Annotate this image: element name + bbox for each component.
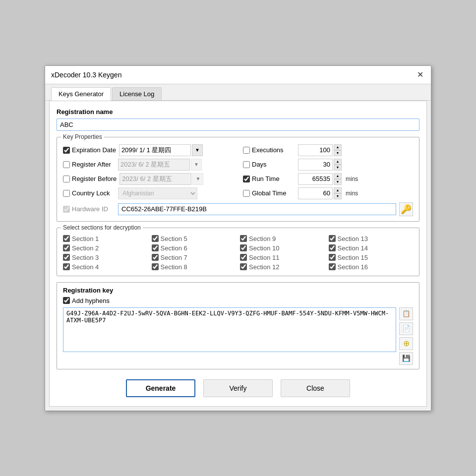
- global-time-spin-down[interactable]: ▼: [334, 193, 342, 199]
- register-after-field: ▼: [118, 159, 233, 171]
- days-input[interactable]: [298, 159, 333, 171]
- section-12-checkbox[interactable]: [240, 263, 247, 270]
- section-item-7: Section 7: [152, 254, 237, 261]
- section-5-checkbox[interactable]: [152, 235, 159, 242]
- days-spin-down[interactable]: ▼: [334, 165, 342, 171]
- section-11-checkbox[interactable]: [240, 254, 247, 261]
- section-item-13: Section 13: [329, 235, 414, 242]
- days-spin-up[interactable]: ▲: [334, 159, 342, 165]
- section-item-16: Section 16: [329, 263, 414, 271]
- register-after-input[interactable]: [118, 159, 190, 171]
- section-item-6: Section 6: [152, 244, 237, 252]
- global-time-checkbox[interactable]: [243, 190, 250, 197]
- close-button[interactable]: Close: [281, 379, 350, 397]
- paste-button[interactable]: 📄: [399, 322, 413, 335]
- section-10-checkbox[interactable]: [240, 244, 247, 251]
- section-item-2: Section 2: [63, 244, 148, 252]
- save-key-button[interactable]: 💾: [399, 352, 413, 365]
- section-1-label: Section 1: [72, 235, 99, 242]
- footer-buttons: Generate Verify Close: [57, 375, 419, 399]
- section-3-label: Section 3: [72, 254, 99, 261]
- sections-group: Select sections for decryption Section 1…: [57, 228, 419, 276]
- section-9-checkbox[interactable]: [240, 235, 247, 242]
- section-10-label: Section 10: [249, 244, 279, 252]
- register-before-checkbox[interactable]: [63, 176, 70, 182]
- sections-title: Select sections for decryption: [61, 224, 143, 231]
- run-time-field: ▲ ▼: [298, 173, 342, 185]
- expiration-date-input[interactable]: [119, 144, 191, 156]
- save-icon: 💾: [402, 355, 411, 362]
- hardware-id-checkbox[interactable]: [63, 206, 70, 213]
- executions-spin-down[interactable]: ▼: [334, 150, 342, 156]
- executions-input[interactable]: [298, 144, 333, 156]
- add-icon: ⊕: [403, 339, 410, 348]
- section-item-5: Section 5: [152, 235, 237, 242]
- registration-key-textarea[interactable]: G49J-Z96A-A4D2-F2UJ-5wRV-5QVA-BGHN-EEK2-…: [63, 307, 396, 352]
- executions-row: Executions ▲ ▼: [243, 144, 413, 156]
- country-lock-select[interactable]: Afghanistan: [118, 187, 197, 199]
- executions-field: ▲ ▼: [298, 144, 342, 156]
- executions-spin-up[interactable]: ▲: [334, 144, 342, 150]
- section-16-checkbox[interactable]: [329, 263, 336, 270]
- days-spinner: ▲ ▼: [334, 159, 342, 171]
- register-before-field: ▼: [119, 173, 233, 185]
- add-hyphens-checkbox[interactable]: [63, 297, 70, 304]
- section-item-9: Section 9: [240, 235, 325, 242]
- hardware-id-label: Hardware ID: [63, 205, 115, 213]
- key-props-grid: Expiration Date ▼ Register After: [63, 144, 413, 199]
- right-props: Executions ▲ ▼: [243, 144, 413, 199]
- country-lock-label: Country Lock: [63, 189, 115, 197]
- run-time-spin-down[interactable]: ▼: [334, 179, 342, 185]
- section-15-checkbox[interactable]: [329, 254, 336, 261]
- section-3-checkbox[interactable]: [63, 254, 70, 261]
- global-time-label: Global Time: [243, 189, 295, 197]
- run-time-input[interactable]: [298, 173, 333, 185]
- section-13-label: Section 13: [338, 235, 368, 242]
- add-key-button[interactable]: ⊕: [399, 337, 413, 350]
- hardware-icon: 🔑: [401, 204, 412, 215]
- expiration-date-calendar-btn[interactable]: ▼: [192, 144, 203, 156]
- tab-keys-generator[interactable]: Keys Generator: [51, 87, 111, 101]
- generate-button[interactable]: Generate: [126, 379, 195, 397]
- hardware-id-input[interactable]: [118, 203, 396, 215]
- tab-bar: Keys Generator License Log: [45, 84, 431, 101]
- section-13-checkbox[interactable]: [329, 235, 336, 242]
- run-time-spinner: ▲ ▼: [334, 173, 342, 185]
- register-before-calendar-btn[interactable]: ▼: [192, 173, 203, 185]
- hardware-id-button[interactable]: 🔑: [399, 202, 413, 216]
- section-4-checkbox[interactable]: [63, 263, 70, 270]
- add-hyphens-row: Add hyphens: [63, 297, 413, 304]
- sections-grid: Section 1 Section 5 Section 9 Section 13: [63, 235, 413, 271]
- section-2-checkbox[interactable]: [63, 244, 70, 251]
- global-time-input[interactable]: [298, 187, 333, 199]
- section-7-checkbox[interactable]: [152, 254, 159, 261]
- tab-license-log[interactable]: License Log: [112, 87, 162, 100]
- key-output-area: G49J-Z96A-A4D2-F2UJ-5wRV-5QVA-BGHN-EEK2-…: [63, 307, 413, 365]
- close-window-button[interactable]: ✕: [415, 70, 425, 80]
- section-15-label: Section 15: [338, 254, 368, 261]
- section-6-checkbox[interactable]: [152, 244, 159, 251]
- executions-checkbox[interactable]: [243, 147, 250, 154]
- hardware-id-row: Hardware ID 🔑: [63, 202, 413, 216]
- register-before-input[interactable]: [119, 173, 191, 185]
- section-item-15: Section 15: [329, 254, 414, 261]
- register-after-calendar-btn[interactable]: ▼: [191, 159, 202, 171]
- expiration-date-checkbox[interactable]: [63, 147, 70, 154]
- days-checkbox[interactable]: [243, 161, 250, 168]
- section-8-checkbox[interactable]: [152, 263, 159, 270]
- run-time-checkbox[interactable]: [243, 176, 250, 182]
- global-time-row: Global Time ▲ ▼ mins: [243, 187, 413, 199]
- section-14-checkbox[interactable]: [329, 244, 336, 251]
- country-lock-checkbox[interactable]: [63, 190, 70, 197]
- global-time-spin-up[interactable]: ▲: [334, 187, 342, 193]
- verify-button[interactable]: Verify: [203, 379, 273, 397]
- executions-spinner: ▲ ▼: [334, 144, 342, 156]
- section-1-checkbox[interactable]: [63, 235, 70, 242]
- section-16-label: Section 16: [338, 263, 368, 271]
- registration-name-input[interactable]: [57, 119, 419, 131]
- section-6-label: Section 6: [161, 244, 187, 252]
- register-after-checkbox[interactable]: [63, 161, 70, 168]
- run-time-spin-up[interactable]: ▲: [334, 173, 342, 179]
- copy-button[interactable]: 📋: [399, 307, 413, 320]
- section-item-10: Section 10: [240, 244, 325, 252]
